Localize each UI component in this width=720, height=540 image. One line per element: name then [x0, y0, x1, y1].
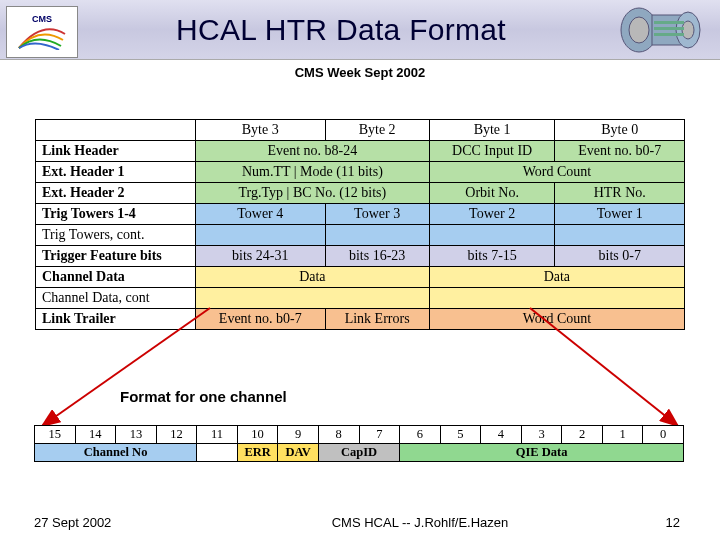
data-cell [555, 225, 685, 246]
table-head-row: Byte 3Byte 2Byte 1Byte 0 [36, 120, 685, 141]
bit-field: Channel No [35, 444, 197, 462]
bit-index: 5 [440, 426, 481, 444]
svg-point-1 [629, 17, 649, 43]
table-row: Trig Towers, cont. [36, 225, 685, 246]
bit-field [197, 444, 238, 462]
bit-index: 0 [643, 426, 684, 444]
bit-index: 6 [400, 426, 441, 444]
row-label: Ext. Header 2 [36, 183, 196, 204]
footer-date: 27 Sept 2002 [0, 515, 200, 530]
bit-index: 9 [278, 426, 319, 444]
row-label: Channel Data, cont [36, 288, 196, 309]
bit-index: 14 [75, 426, 116, 444]
bits-head-row: 1514131211109876543210 [35, 426, 684, 444]
row-label: Link Trailer [36, 309, 196, 330]
svg-rect-6 [654, 27, 684, 30]
data-cell: Num.TT | Mode (11 bits) [196, 162, 430, 183]
data-cell: DCC Input ID [429, 141, 555, 162]
footer-center: CMS HCAL -- J.Rohlf/E.Hazen [200, 515, 640, 530]
bit-index: 11 [197, 426, 238, 444]
bit-index: 8 [318, 426, 359, 444]
byte-head: Byte 2 [325, 120, 429, 141]
table-row: Trigger Feature bitsbits 24-31bits 16-23… [36, 246, 685, 267]
logo-text: CMS [32, 14, 52, 24]
data-cell: Tower 2 [429, 204, 555, 225]
row-label: Trig Towers, cont. [36, 225, 196, 246]
bit-index: 13 [116, 426, 157, 444]
bit-index: 4 [481, 426, 522, 444]
data-cell: bits 7-15 [429, 246, 555, 267]
table-row: Channel DataDataData [36, 267, 685, 288]
byte-head: Byte 0 [555, 120, 685, 141]
bit-field: DAV [278, 444, 319, 462]
cms-logo: CMS [6, 6, 78, 58]
byte-head: Byte 1 [429, 120, 555, 141]
data-cell [196, 225, 326, 246]
data-cell: Event no. b0-7 [196, 309, 326, 330]
bits-body-row: Channel NoERRDAVCapIDQIE Data [35, 444, 684, 462]
table-row: Ext. Header 2Trg.Typ | BC No. (12 bits)O… [36, 183, 685, 204]
data-cell: HTR No. [555, 183, 685, 204]
data-cell: Orbit No. [429, 183, 555, 204]
data-cell [196, 288, 430, 309]
svg-rect-5 [654, 21, 684, 24]
data-cell [429, 225, 555, 246]
data-cell: Word Count [429, 162, 684, 183]
bit-index: 15 [35, 426, 76, 444]
page-title: HCAL HTR Data Format [78, 13, 604, 47]
table-row: Trig Towers 1-4Tower 4Tower 3Tower 2Towe… [36, 204, 685, 225]
logo-arcs [17, 24, 67, 50]
data-cell: Trg.Typ | BC No. (12 bits) [196, 183, 430, 204]
bit-index: 3 [521, 426, 562, 444]
data-cell: Data [196, 267, 430, 288]
data-cell [429, 288, 684, 309]
slide-footer: 27 Sept 2002 CMS HCAL -- J.Rohlf/E.Hazen… [0, 515, 720, 530]
data-cell: Tower 4 [196, 204, 326, 225]
table-row: Link TrailerEvent no. b0-7Link ErrorsWor… [36, 309, 685, 330]
data-cell: Event no. b0-7 [555, 141, 685, 162]
data-cell: Tower 1 [555, 204, 685, 225]
table-row: Ext. Header 1Num.TT | Mode (11 bits)Word… [36, 162, 685, 183]
data-cell: Event no. b8-24 [196, 141, 430, 162]
rowlabel-head [36, 120, 196, 141]
data-cell: Tower 3 [325, 204, 429, 225]
subtitle-row: CMS Week Sept 2002 [0, 63, 720, 81]
data-cell: Word Count [429, 309, 684, 330]
row-label: Ext. Header 1 [36, 162, 196, 183]
svg-rect-7 [654, 33, 684, 36]
bit-index: 1 [602, 426, 643, 444]
table-row: Channel Data, cont [36, 288, 685, 309]
bit-index: 2 [562, 426, 603, 444]
byte-head: Byte 3 [196, 120, 326, 141]
row-label: Link Header [36, 141, 196, 162]
detector-image [604, 3, 714, 57]
row-label: Channel Data [36, 267, 196, 288]
bit-index: 7 [359, 426, 400, 444]
data-cell: bits 24-31 [196, 246, 326, 267]
row-label: Trig Towers 1-4 [36, 204, 196, 225]
bit-field: ERR [237, 444, 278, 462]
row-label: Trigger Feature bits [36, 246, 196, 267]
slide-header: CMS HCAL HTR Data Format [0, 0, 720, 60]
data-cell: bits 16-23 [325, 246, 429, 267]
annotation-format: Format for one channel [120, 388, 287, 405]
bit-index: 12 [156, 426, 197, 444]
subtitle: CMS Week Sept 2002 [295, 65, 426, 80]
bit-field: CapID [318, 444, 399, 462]
channel-bits-table: 1514131211109876543210 Channel NoERRDAVC… [34, 425, 684, 462]
bit-index: 10 [237, 426, 278, 444]
table-row: Link HeaderEvent no. b8-24DCC Input IDEv… [36, 141, 685, 162]
data-format-table: Byte 3Byte 2Byte 1Byte 0 Link HeaderEven… [35, 119, 685, 330]
main-table-container: Byte 3Byte 2Byte 1Byte 0 Link HeaderEven… [35, 119, 685, 330]
bits-table-container: 1514131211109876543210 Channel NoERRDAVC… [34, 425, 684, 462]
bit-field: QIE Data [400, 444, 684, 462]
footer-page: 12 [640, 515, 720, 530]
data-cell: Link Errors [325, 309, 429, 330]
data-cell: Data [429, 267, 684, 288]
data-cell: bits 0-7 [555, 246, 685, 267]
data-cell [325, 225, 429, 246]
